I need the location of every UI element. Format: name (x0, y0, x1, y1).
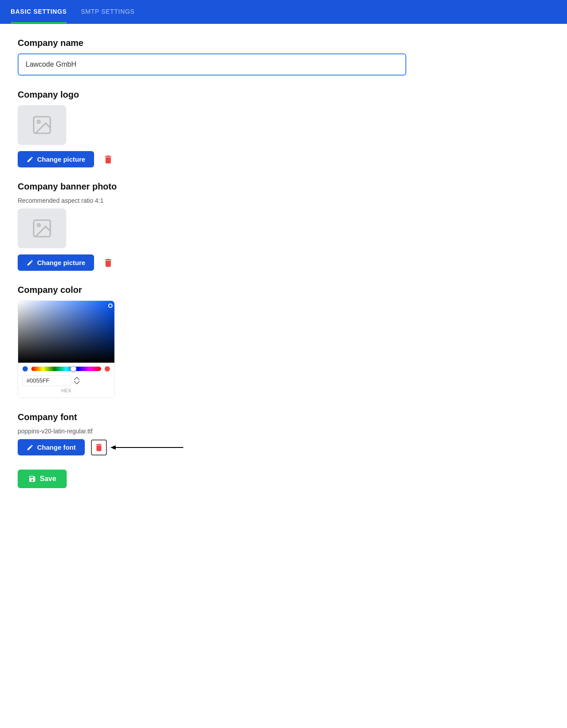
company-logo-label: Company logo (18, 90, 549, 100)
pencil-icon (26, 156, 34, 163)
font-delete-annotation (91, 440, 185, 455)
delete-banner-button[interactable] (100, 255, 116, 271)
hex-row (23, 375, 110, 386)
gradient-cursor (108, 303, 113, 308)
main-content: Company name Company logo Change picture (0, 24, 567, 728)
delete-banner-icon (103, 258, 113, 268)
svg-marker-5 (110, 445, 116, 450)
company-font-actions: Change font (18, 439, 549, 455)
hue-dot-red (105, 366, 110, 372)
company-banner-sublabel: Recommended aspect ratio 4:1 (18, 197, 549, 204)
delete-logo-icon (103, 154, 113, 165)
arrow-annotation-visual (110, 443, 185, 452)
save-button[interactable]: Save (18, 470, 67, 488)
hex-label: HEX (23, 388, 110, 396)
company-name-input[interactable] (18, 53, 406, 76)
svg-point-1 (38, 121, 40, 123)
save-icon (28, 475, 36, 483)
hue-slider-thumb (70, 366, 76, 372)
company-font-label: Company font (18, 412, 549, 422)
annotation-arrow (110, 443, 185, 452)
delete-font-icon (94, 443, 104, 452)
pencil-font-icon (26, 444, 34, 451)
color-gradient[interactable] (18, 301, 115, 363)
tab-basic-settings[interactable]: BASIC SETTINGS (11, 1, 67, 23)
change-font-button[interactable]: Change font (18, 439, 85, 455)
delete-logo-button[interactable] (100, 152, 116, 167)
change-banner-label: Change picture (37, 259, 85, 266)
company-logo-section: Company logo Change picture (18, 90, 549, 167)
arrow-down-icon (74, 381, 80, 384)
hue-slider[interactable] (31, 367, 101, 371)
company-banner-label: Company banner photo (18, 182, 549, 192)
color-picker-box: HEX (18, 300, 115, 398)
company-name-section: Company name (18, 38, 549, 76)
arrow-up-icon (74, 377, 80, 380)
change-logo-button[interactable]: Change picture (18, 151, 94, 167)
company-logo-actions: Change picture (18, 151, 549, 167)
company-banner-actions: Change picture (18, 254, 549, 271)
company-banner-section: Company banner photo Recommended aspect … (18, 182, 549, 271)
save-section: Save (18, 470, 549, 488)
save-label: Save (40, 475, 56, 483)
change-logo-label: Change picture (37, 155, 85, 163)
company-name-label: Company name (18, 38, 549, 48)
company-font-section: Company font poppins-v20-latin-regular.t… (18, 412, 549, 455)
company-color-section: Company color (18, 285, 549, 398)
color-controls: HEX (18, 363, 114, 398)
pencil-banner-icon (26, 259, 34, 266)
company-banner-placeholder (18, 209, 66, 248)
top-navigation: BASIC SETTINGS SMTP SETTINGS (0, 0, 567, 24)
hue-dot-blue (23, 366, 28, 372)
company-color-label: Company color (18, 285, 549, 295)
svg-point-3 (38, 224, 40, 227)
company-font-name: poppins-v20-latin-regular.ttf (18, 428, 549, 435)
hex-input[interactable] (23, 375, 71, 386)
hex-arrows[interactable] (74, 377, 80, 384)
change-font-label: Change font (37, 444, 76, 451)
company-logo-placeholder (18, 105, 66, 145)
hue-row (23, 366, 110, 372)
change-banner-button[interactable]: Change picture (18, 254, 94, 271)
delete-font-button[interactable] (91, 440, 107, 455)
tab-smtp-settings[interactable]: SMTP SETTINGS (81, 1, 135, 23)
